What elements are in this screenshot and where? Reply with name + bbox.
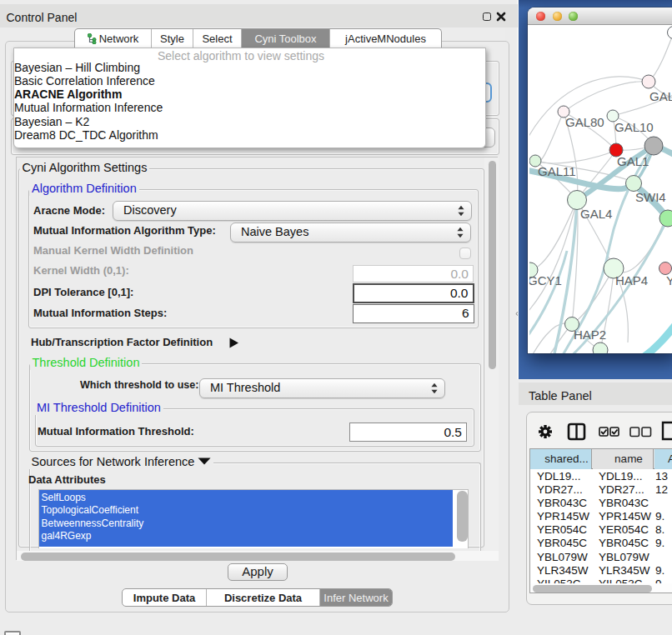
svg-text:GAL1: GAL1	[617, 154, 649, 168]
svg-text:HAP4: HAP4	[615, 273, 648, 288]
svg-text:GAL11: GAL11	[538, 164, 576, 178]
svg-text:GCY1: GCY1	[529, 273, 562, 288]
svg-text:GAL10: GAL10	[614, 120, 654, 134]
svg-text:Y: Y	[666, 273, 672, 288]
svg-text:GAL4: GAL4	[580, 207, 612, 221]
svg-text:HAP2: HAP2	[574, 328, 606, 342]
svg-text:SWI4: SWI4	[635, 190, 666, 204]
svg-text:GAL80: GAL80	[565, 115, 604, 129]
svg-text:GAL2: GAL2	[649, 89, 672, 103]
